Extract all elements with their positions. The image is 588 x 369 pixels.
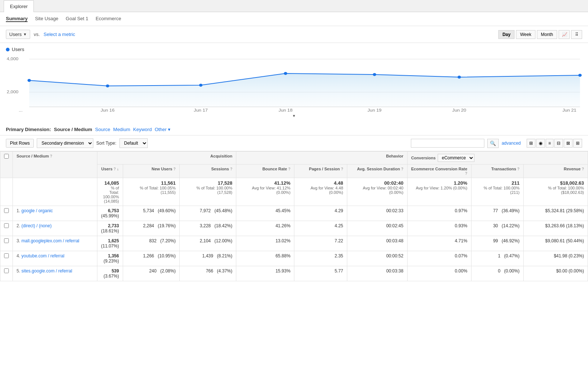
row-number: 2.: [17, 223, 20, 228]
data-table: Source / Medium ? Acquisition Behavior C…: [0, 151, 588, 281]
avg-session-help-icon[interactable]: ?: [401, 167, 404, 171]
new-users-help-icon[interactable]: ?: [173, 167, 176, 171]
scatter-chart-button[interactable]: ⠿: [571, 30, 582, 39]
row-revenue-cell: $41.98 (0.23%): [523, 251, 588, 266]
row-source-cell: 1. google / organic: [13, 206, 97, 221]
pivot-view-button[interactable]: ⊞: [573, 139, 582, 148]
pie-view-button[interactable]: ◉: [536, 139, 545, 148]
totals-checkbox-cell: [0, 178, 13, 206]
plot-rows-button[interactable]: Plot Rows: [6, 139, 34, 148]
primary-metric-select[interactable]: Users ▼: [6, 30, 30, 39]
select-metric-link[interactable]: Select a metric: [43, 32, 75, 37]
advanced-link[interactable]: advanced: [502, 141, 521, 146]
month-button[interactable]: Month: [537, 30, 557, 39]
pages-session-help-icon[interactable]: ?: [341, 167, 343, 171]
svg-text:Jun 16: Jun 16: [101, 108, 115, 112]
row-checkbox[interactable]: [4, 208, 9, 213]
row-source-cell: 5. sites.google.com / referral: [13, 266, 97, 281]
row-bounce-rate-cell: 65.88%: [236, 251, 294, 266]
filter-view-button[interactable]: ⊟: [554, 139, 563, 148]
sort-type-select[interactable]: Default: [119, 138, 148, 148]
row-checkbox[interactable]: [4, 238, 9, 243]
row-avg-duration-cell: 00:03:48: [347, 236, 407, 251]
row-bounce-rate-cell: 41.26%: [236, 221, 294, 236]
list-view-button[interactable]: ≡: [546, 139, 553, 148]
svg-text:Jun 17: Jun 17: [194, 108, 208, 112]
row-ecom-rate-cell: 0.93%: [407, 221, 471, 236]
select-all-checkbox[interactable]: [4, 154, 9, 159]
row-checkbox[interactable]: [4, 253, 9, 258]
svg-text:...: ...: [19, 108, 23, 112]
row-checkbox[interactable]: [4, 223, 9, 228]
source-medium-help-icon[interactable]: ?: [50, 154, 52, 158]
row-source-link[interactable]: mall.googleplex.com / referral: [21, 238, 79, 243]
tab-explorer[interactable]: Explorer: [4, 0, 34, 12]
search-button[interactable]: 🔍: [487, 139, 499, 148]
totals-revenue-cell: $18,002.63 % of Total: 100.00% ($18,002.…: [523, 178, 588, 206]
row-source-cell: 2. (direct) / (none): [13, 221, 97, 236]
totals-transactions-cell: 211 % of Total: 100.00% (211): [471, 178, 523, 206]
line-chart-button[interactable]: 📈: [559, 30, 570, 39]
row-checkbox-cell: [0, 206, 13, 221]
dim-source-medium[interactable]: Source / Medium: [54, 127, 92, 132]
subtab-goal-set-1[interactable]: Goal Set 1: [66, 16, 88, 22]
dim-medium[interactable]: Medium: [113, 127, 130, 132]
revenue-help-icon[interactable]: ?: [582, 167, 584, 171]
subtab-summary[interactable]: Summary: [6, 16, 28, 22]
row-new-users-cell: 5,734 (49.60%): [123, 206, 179, 221]
bounce-rate-col-header: Bounce Rate ?: [236, 164, 294, 178]
table-search-input[interactable]: [411, 139, 484, 148]
totals-ecom-rate-cell: 1.20% Avg for View: 1.20% (0.00%): [407, 178, 471, 206]
row-source-link[interactable]: (direct) / (none): [21, 223, 51, 228]
row-avg-duration-cell: 00:02:33: [347, 206, 407, 221]
row-checkbox[interactable]: [4, 268, 9, 273]
row-sessions-cell: 7,972 (45.48%): [179, 206, 236, 221]
legend-dot-users: [6, 48, 10, 51]
revenue-col-header: Revenue ?: [523, 164, 588, 178]
new-users-col-header: New Users ?: [123, 164, 179, 178]
subtab-site-usage[interactable]: Site Usage: [35, 16, 58, 22]
row-revenue-cell: $0.00 (0.00%): [523, 266, 588, 281]
ecommerce-dropdown[interactable]: eCommerce: [438, 154, 474, 162]
tab-bar: Explorer: [0, 0, 588, 12]
svg-text:4,000: 4,000: [7, 57, 18, 61]
row-sessions-cell: 3,228 (18.42%): [179, 221, 236, 236]
row-number: 5.: [17, 268, 20, 274]
sessions-help-icon[interactable]: ?: [230, 167, 232, 171]
chart-collapse-handle[interactable]: ▼: [6, 113, 582, 118]
table-row: 4. youtube.com / referral 1,356 (9.23%) …: [0, 251, 588, 266]
users-col-header: Users ? ↓: [97, 164, 123, 178]
chart-point: [199, 84, 202, 87]
row-avg-duration-cell: 00:02:45: [347, 221, 407, 236]
dim-keyword[interactable]: Keyword: [133, 127, 152, 132]
row-ecom-rate-cell: 0.97%: [407, 206, 471, 221]
chart-area-fill: [29, 73, 580, 107]
row-users-cell: 539 (3.67%): [97, 266, 123, 281]
row-pages-cell: 4.25: [294, 221, 347, 236]
ecom-rate-help-icon[interactable]: ?: [465, 171, 467, 176]
secondary-dimension-select[interactable]: Secondary dimension: [37, 138, 93, 148]
row-new-users-cell: 240 (2.08%): [123, 266, 179, 281]
primary-dimension-label: Primary Dimension:: [6, 127, 51, 132]
row-users-cell: 1,356 (9.23%): [97, 251, 123, 266]
row-ecom-rate-cell: 0.07%: [407, 251, 471, 266]
week-button[interactable]: Week: [516, 30, 535, 39]
svg-text:2,000: 2,000: [7, 90, 18, 94]
bounce-rate-help-icon[interactable]: ?: [288, 167, 290, 171]
grid-view-button[interactable]: ⊞: [527, 139, 535, 148]
compare-view-button[interactable]: ⊠: [564, 139, 573, 148]
day-button[interactable]: Day: [498, 30, 514, 39]
users-help-icon[interactable]: ?: [114, 167, 116, 171]
row-source-link[interactable]: sites.google.com / referral: [21, 268, 72, 274]
row-pages-cell: 2.35: [294, 251, 347, 266]
dim-source[interactable]: Source: [95, 127, 110, 132]
table-controls: Plot Rows Secondary dimension Sort Type:…: [0, 135, 588, 151]
transactions-help-icon[interactable]: ?: [517, 167, 520, 171]
row-source-link[interactable]: google / organic: [21, 208, 53, 213]
subtab-ecommerce[interactable]: Ecommerce: [96, 16, 121, 22]
users-sort-icon[interactable]: ↓: [117, 167, 119, 171]
row-checkbox-cell: [0, 266, 13, 281]
chart-svg-container: 4,000 2,000 ...: [6, 54, 582, 112]
dim-other[interactable]: Other ▾: [155, 127, 171, 132]
row-source-link[interactable]: youtube.com / referral: [21, 253, 64, 258]
